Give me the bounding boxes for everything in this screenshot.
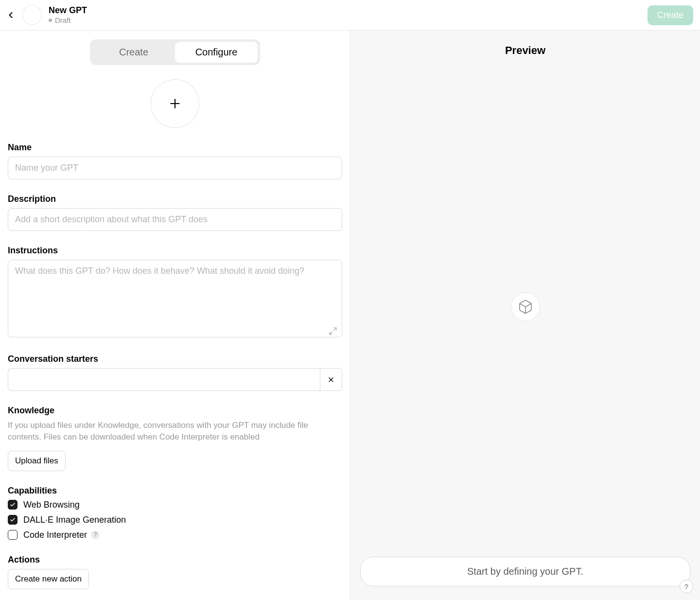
page-title: New GPT [49,6,87,16]
preview-placeholder [511,292,540,321]
preview-pane: Preview Start by defining your GPT. [350,31,700,600]
capability-dalle: DALL·E Image Generation [8,515,342,525]
knowledge-help: If you upload files under Knowledge, con… [8,420,342,443]
x-icon [327,376,335,384]
expand-icon[interactable] [329,327,337,335]
section-name: Name [8,142,342,179]
title-block: New GPT Draft [49,6,87,25]
status-dot-icon [49,18,52,22]
capability-web-browsing: Web Browsing [8,500,342,510]
page-status: Draft [49,16,87,24]
conversation-starters-label: Conversation starters [8,354,342,364]
preview-title: Preview [350,44,700,57]
create-new-action-button[interactable]: Create new action [8,569,89,589]
capability-web-browsing-checkbox[interactable] [8,500,18,510]
form-scroll[interactable]: Name Description Instructions [0,65,350,600]
svg-line-2 [334,328,336,330]
gpt-avatar-placeholder [22,5,42,25]
capability-code-interpreter-checkbox[interactable] [8,530,18,540]
editor-pane: Create Configure Name Description Instru… [0,31,350,600]
conversation-starter-row [8,368,342,391]
name-label: Name [8,142,342,153]
capabilities-label: Capabilities [8,486,342,496]
mode-tabs: Create Configure [90,39,260,65]
help-button[interactable]: ? [680,580,693,593]
svg-line-3 [330,332,332,335]
info-icon[interactable]: ? [91,530,100,539]
name-input[interactable] [8,157,342,179]
section-knowledge: Knowledge If you upload files under Know… [8,406,342,471]
capability-code-interpreter: Code Interpreter ? [8,530,342,540]
instructions-label: Instructions [8,246,342,256]
plus-icon [169,97,181,110]
tab-configure[interactable]: Configure [175,42,258,63]
section-conversation-starters: Conversation starters [8,354,342,391]
preview-input[interactable]: Start by defining your GPT. [360,557,690,586]
back-button[interactable] [4,8,18,22]
instructions-input[interactable] [8,260,342,337]
preview-body [350,57,700,557]
check-icon [10,517,16,523]
actions-label: Actions [8,555,342,565]
description-input[interactable] [8,208,342,231]
create-button[interactable]: Create [648,5,693,25]
cube-icon [518,299,533,315]
conversation-starter-remove-button[interactable] [320,368,342,391]
knowledge-label: Knowledge [8,406,342,416]
section-actions: Actions Create new action [8,555,342,589]
capability-code-interpreter-label: Code Interpreter [23,530,87,540]
check-icon [10,502,16,508]
section-description: Description [8,194,342,231]
capability-dalle-checkbox[interactable] [8,515,18,525]
conversation-starter-input[interactable] [8,368,320,391]
upload-files-button[interactable]: Upload files [8,451,66,471]
capability-web-browsing-label: Web Browsing [23,500,80,510]
status-label: Draft [55,16,71,24]
section-instructions: Instructions [8,246,342,339]
tab-create[interactable]: Create [92,42,175,63]
section-capabilities: Capabilities Web Browsing DALL·E Image G… [8,486,342,540]
description-label: Description [8,194,342,204]
chevron-left-icon [6,10,16,20]
top-bar: New GPT Draft Create [0,0,700,31]
image-picker[interactable] [151,79,199,128]
capability-dalle-label: DALL·E Image Generation [23,515,126,525]
